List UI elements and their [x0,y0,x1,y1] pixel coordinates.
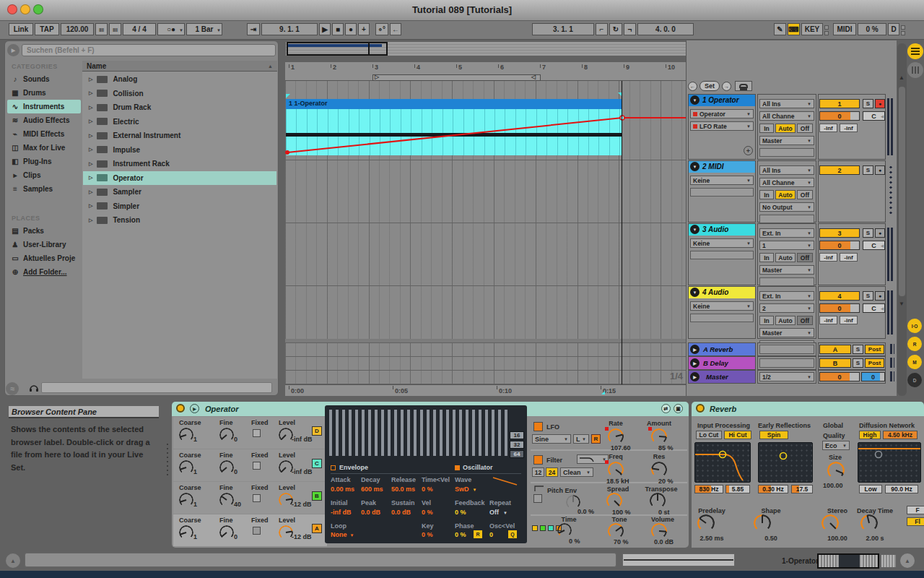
tap-button[interactable]: TAP [35,23,59,35]
oscillator-badge-D[interactable]: D [312,426,322,436]
locator-prev-button[interactable]: ← [688,82,697,91]
return-extra-chooser[interactable] [759,358,814,368]
filter-freq-knob[interactable] [608,462,624,478]
device-activator-led[interactable] [176,404,185,413]
return-badge[interactable]: A [819,345,851,354]
volume-right-value[interactable]: -inf [840,316,858,324]
chooser-cue-out[interactable]: 1/2▼ [759,372,814,381]
track-fold-button[interactable]: ▼ [690,225,699,234]
computer-midi-keyboard-button[interactable]: ⌨ [788,23,800,35]
chooser-device-2-0[interactable]: Keine▼ [690,238,754,248]
chooser-device-3-0[interactable]: Keine▼ [690,301,754,311]
solo-button[interactable]: S [863,99,873,108]
nudge-down-button[interactable]: |||| [95,23,108,35]
chooser-output-2[interactable]: Master▼ [759,265,814,275]
sidebar-place-aktuelles-proje[interactable]: ▭Aktuelles Proje [7,251,81,265]
list-item-simpler[interactable]: ▷Simpler [83,199,276,213]
fine-knob-D[interactable] [219,428,234,442]
solo-button[interactable]: S [863,165,873,175]
nudge-up-button[interactable]: |||| [109,23,121,35]
coarse-knob-A[interactable] [179,525,193,540]
record-button[interactable]: ● [345,23,357,35]
loop-length-value[interactable]: 4. 0. 0 [637,23,694,35]
diffusion-low-toggle[interactable]: Low [859,485,882,493]
sidebar-place-packs[interactable]: ▤Packs [7,224,81,238]
hi-cut-toggle[interactable]: Hi Cut [724,431,751,439]
lfo-enable-checkbox[interactable] [533,422,543,431]
monitor-in-button[interactable]: In [759,316,774,325]
monitor-in-button[interactable]: In [759,253,774,262]
input-filter-display[interactable] [694,442,751,483]
monitor-in-button[interactable]: In [759,124,774,133]
envelope-field-value[interactable]: 0.0 dB [361,509,380,516]
spin-display[interactable] [758,442,813,483]
envelope-field-value[interactable]: 0 % [422,486,433,493]
disclosure-triangle-icon[interactable]: ▷ [89,203,92,209]
pan-slider[interactable]: 0 [819,303,860,313]
chooser-input-0[interactable]: All Ins▼ [759,99,814,108]
coarse-knob-D[interactable] [179,428,193,442]
time-ruler[interactable] [285,384,687,396]
sidebar-item-sounds[interactable]: ♪Sounds [7,72,81,86]
level-knob-C[interactable] [279,460,293,475]
solo-button[interactable]: S [863,291,873,301]
track-number-badge[interactable]: 1 [819,99,860,108]
list-item-sampler[interactable]: ▷Sampler [83,185,276,199]
fixed-checkbox-D[interactable] [253,429,261,437]
loop-lock-button[interactable] [735,81,752,91]
automation-line[interactable] [285,81,687,384]
chooser-output-3[interactable]: Master▼ [759,328,814,337]
return-badge[interactable]: B [819,358,851,368]
envelope-field-value[interactable]: None▼ [331,531,354,538]
vertical-scrollbar-thumb[interactable] [899,87,905,296]
pitch-env-checkbox[interactable] [533,494,542,503]
add-automation-lane-button[interactable]: + [744,146,753,155]
empty-chooser[interactable] [690,251,754,259]
status-fold-button[interactable]: ▲ [6,553,20,568]
chooser-channel-3[interactable]: 2▼ [759,303,814,313]
return-solo-button[interactable]: S [853,345,863,354]
envelope-field-value[interactable]: 0.00 ms [331,486,354,493]
pitch-env-knob[interactable] [566,495,580,509]
chooser-channel-2[interactable]: 1▼ [759,241,814,250]
delay-section-toggle[interactable]: D [907,373,922,387]
phase-retrigger-button[interactable]: R [474,530,482,538]
device-drag-handle[interactable] [165,442,170,475]
fine-knob-C[interactable] [219,460,234,475]
phase-value[interactable]: 0 % [455,531,466,538]
repeat-chooser[interactable]: Off▼ [489,509,507,516]
chooser-channel-0[interactable]: All Channe▼ [759,111,814,121]
sidebar-item-max-for-live[interactable]: ◫Max for Live [7,141,81,155]
coarse-knob-B[interactable] [179,493,193,507]
master-volume-slider[interactable]: 0 [861,372,885,381]
monitor-auto-button[interactable]: Auto [775,253,796,262]
spin-amount-value[interactable]: 17.5 [791,485,813,493]
sidebar-place-add-folder-[interactable]: ⊕Add Folder... [7,265,81,279]
mixer-view-icon[interactable] [907,62,923,78]
arm-button[interactable]: ● [875,291,885,301]
post-toggle[interactable]: Post [865,345,884,354]
list-item-external-instrument[interactable]: ▷External Instrument [83,129,276,142]
preview-volume-bar[interactable] [41,382,272,393]
coarse-knob-C[interactable] [179,460,193,475]
chooser-lfo-wave[interactable]: Sine▼ [532,434,571,444]
key-map-button[interactable]: KEY [801,23,823,35]
empty-chooser[interactable] [690,314,754,322]
fine-knob-A[interactable] [219,525,234,540]
fixed-checkbox-A[interactable] [253,527,261,535]
post-toggle[interactable]: Post [865,358,884,368]
volume-left-value[interactable]: -inf [819,124,837,132]
chooser-output-0[interactable]: Master▼ [759,136,814,145]
disclosure-triangle-icon[interactable]: ▷ [89,175,92,181]
monitor-auto-button[interactable]: Auto [775,316,796,325]
diffusion-low-freq[interactable]: 90.0 Hz [885,485,918,493]
lo-cut-toggle[interactable]: Lo Cut [696,431,722,439]
save-preset-icon[interactable]: ▣ [674,404,683,413]
chooser-input-1[interactable]: All Ins▼ [759,165,814,175]
monitor-auto-button[interactable]: Auto [775,190,796,199]
monitor-off-button[interactable]: Off [797,124,813,133]
extra-chooser[interactable] [759,277,814,286]
filter-res-knob[interactable] [651,462,667,478]
return-play-icon[interactable]: ▶ [690,345,699,354]
time-signature[interactable]: 4 / 4 [123,23,156,35]
